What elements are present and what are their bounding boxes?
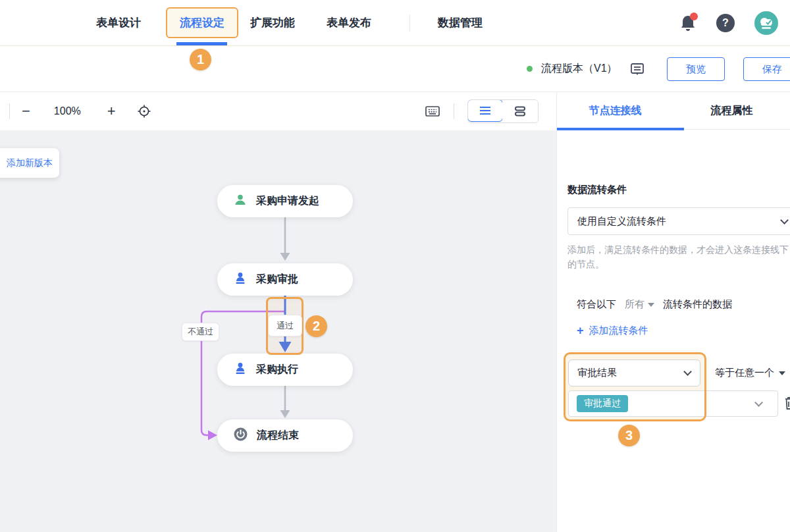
caret-down-icon	[779, 371, 785, 375]
notification-dot	[690, 13, 698, 20]
edge-label-pass[interactable]: 通过	[268, 315, 302, 336]
flow-canvas[interactable]: 添加新版本	[0, 130, 556, 532]
panel-tabs: 节点连接线 流程属性	[557, 92, 790, 130]
step-badge-3: 3	[618, 425, 640, 446]
match-mode-dropdown[interactable]: 所有	[625, 298, 654, 311]
node-purchase-request-start[interactable]: 采购申请发起	[217, 185, 353, 217]
node-process-end[interactable]: 流程结束	[217, 419, 353, 452]
add-condition-link[interactable]: + 添加流转条件	[577, 324, 648, 338]
zoom-out-button[interactable]: −	[22, 104, 30, 119]
comment-icon[interactable]	[629, 61, 645, 77]
initiator-user-icon	[234, 194, 247, 209]
active-tab-indicator	[176, 42, 227, 45]
plus-icon: +	[577, 324, 584, 338]
condition-value-tag[interactable]: 审批通过	[577, 395, 628, 412]
tab-process-highlight-box: 流程设定	[166, 7, 238, 38]
chevron-down-icon	[754, 398, 763, 407]
help-icon[interactable]: ?	[716, 14, 735, 32]
trash-icon[interactable]	[783, 396, 790, 413]
condition-value-select[interactable]: 审批通过	[568, 390, 778, 417]
workspace: − 100% +	[0, 92, 556, 532]
save-button[interactable]: 保存	[743, 57, 790, 81]
settings-panel: 节点连接线 流程属性 数据流转条件 使用自定义流转条件 添加后，满足流转条件的数…	[556, 92, 790, 532]
condition-field-select[interactable]: 审批结果	[568, 359, 700, 386]
operator-dropdown[interactable]: 等于任意一个	[715, 367, 785, 379]
preview-button[interactable]: 预览	[667, 57, 725, 81]
caret-down-icon	[648, 303, 654, 307]
status-green-dot	[527, 66, 533, 72]
top-nav: 表单设计 流程设定 扩展功能 表单发布 数据管理 ?	[0, 0, 790, 46]
notification-bell-icon[interactable]	[679, 14, 697, 32]
zoom-level: 100%	[54, 105, 81, 117]
locate-center-icon[interactable]	[137, 104, 151, 119]
shortcut-keyboard-icon[interactable]	[425, 105, 440, 118]
approver-stamp-icon	[234, 362, 247, 378]
canvas-toolbar: − 100% +	[0, 92, 556, 130]
nav-divider	[409, 14, 410, 32]
tab-data-management[interactable]: 数据管理	[438, 15, 483, 30]
chevron-down-icon	[780, 216, 789, 225]
match-rule-row: 符合以下 所有 流转条件的数据	[577, 298, 732, 311]
tab-process-settings[interactable]: 流程设定	[180, 15, 224, 30]
zoom-in-button[interactable]: +	[107, 104, 116, 119]
approver-stamp-icon	[234, 272, 247, 288]
power-end-icon	[234, 427, 248, 444]
node-purchase-execution[interactable]: 采购执行	[217, 354, 353, 386]
tab-process-properties[interactable]: 流程属性	[673, 92, 790, 129]
condition-help-text: 添加后，满足流转条件的数据，才会进入这条连接线下的节点。	[567, 243, 790, 271]
tab-extensions[interactable]: 扩展功能	[250, 15, 295, 30]
panel-body: 数据流转条件 使用自定义流转条件 添加后，满足流转条件的数据，才会进入这条连接线…	[557, 130, 790, 532]
chevron-down-icon	[683, 367, 692, 376]
tab-form-publish[interactable]: 表单发布	[327, 15, 371, 30]
step-badge-1: 1	[190, 49, 211, 70]
process-version-label: 流程版本（V1）	[541, 62, 618, 76]
step-badge-2: 2	[305, 315, 327, 337]
condition-mode-select[interactable]: 使用自定义流转条件	[567, 207, 790, 235]
layout-toggle	[467, 99, 539, 123]
toolbar-divider	[454, 103, 454, 119]
edge-label-fail[interactable]: 不通过	[182, 323, 219, 341]
card-view-button[interactable]	[502, 100, 538, 122]
nav-tabs: 表单设计 流程设定 扩展功能 表单发布 数据管理	[0, 7, 508, 38]
list-view-button[interactable]	[467, 99, 503, 122]
tab-form-design[interactable]: 表单设计	[96, 15, 141, 30]
toolbar-left-divider	[9, 103, 10, 119]
section-title: 数据流转条件	[567, 184, 627, 196]
version-bar: 1 流程版本（V1） 预览 保存	[0, 46, 790, 92]
avatar[interactable]	[754, 11, 778, 35]
node-purchase-approval[interactable]: 采购审批	[217, 263, 353, 296]
tab-node-connection[interactable]: 节点连接线	[557, 92, 673, 129]
